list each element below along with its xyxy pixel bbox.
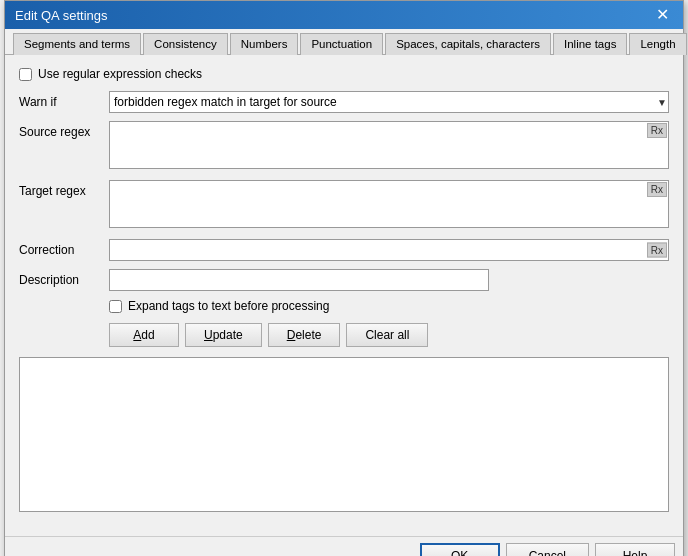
correction-wrapper: Rx — [109, 239, 669, 261]
warn-if-select[interactable]: forbidden regex match in target for sour… — [109, 91, 669, 113]
correction-label: Correction — [19, 239, 109, 257]
target-regex-field: Rx — [109, 180, 669, 231]
ok-button[interactable]: OK — [420, 543, 500, 556]
source-regex-label: Source regex — [19, 121, 109, 139]
source-regex-wrapper: Rx — [109, 121, 669, 172]
warn-if-row: Warn if forbidden regex match in target … — [19, 91, 669, 113]
target-regex-label: Target regex — [19, 180, 109, 198]
update-label: Update — [204, 328, 243, 342]
regex-list-box[interactable] — [19, 357, 669, 512]
correction-field: Rx — [109, 239, 669, 261]
tab-numbers[interactable]: Numbers — [230, 33, 299, 55]
warn-if-dropdown-wrapper: forbidden regex match in target for sour… — [109, 91, 669, 113]
tab-content: Use regular expression checks Warn if fo… — [5, 55, 683, 536]
description-label: Description — [19, 269, 109, 287]
expand-tags-checkbox[interactable] — [109, 300, 122, 313]
use-regex-row: Use regular expression checks — [19, 67, 669, 81]
description-row: Description — [19, 269, 669, 291]
tab-length[interactable]: Length — [629, 33, 686, 55]
tab-inline-tags[interactable]: Inline tags — [553, 33, 627, 55]
delete-label: Delete — [287, 328, 322, 342]
action-buttons-row: Add Update Delete Clear all — [19, 323, 669, 347]
tabs-bar: Segments and terms Consistency Numbers P… — [5, 29, 683, 55]
tab-spaces[interactable]: Spaces, capitals, characters — [385, 33, 551, 55]
add-label: Add — [133, 328, 154, 342]
tab-consistency[interactable]: Consistency — [143, 33, 228, 55]
use-regex-label[interactable]: Use regular expression checks — [38, 67, 202, 81]
title-bar: Edit QA settings ✕ — [5, 1, 683, 29]
target-regex-input[interactable] — [109, 180, 669, 228]
cancel-button[interactable]: Cancel — [506, 543, 589, 556]
tab-segments-and-terms[interactable]: Segments and terms — [13, 33, 141, 55]
bottom-buttons-row: OK Cancel Help — [5, 536, 683, 556]
source-rx-button[interactable]: Rx — [647, 123, 667, 138]
warn-if-label: Warn if — [19, 91, 109, 109]
correction-rx-button[interactable]: Rx — [647, 243, 667, 258]
add-button[interactable]: Add — [109, 323, 179, 347]
clear-all-button[interactable]: Clear all — [346, 323, 428, 347]
help-button[interactable]: Help — [595, 543, 675, 556]
dialog: Edit QA settings ✕ Segments and terms Co… — [4, 0, 684, 556]
source-regex-row: Source regex Rx — [19, 121, 669, 172]
delete-button[interactable]: Delete — [268, 323, 341, 347]
close-button[interactable]: ✕ — [652, 7, 673, 23]
expand-tags-row: Expand tags to text before processing — [19, 299, 669, 313]
target-regex-wrapper: Rx — [109, 180, 669, 231]
warn-if-field: forbidden regex match in target for sour… — [109, 91, 669, 113]
target-regex-row: Target regex Rx — [19, 180, 669, 231]
correction-input[interactable] — [109, 239, 669, 261]
description-input[interactable] — [109, 269, 489, 291]
clear-all-label: Clear all — [365, 328, 409, 342]
tab-punctuation[interactable]: Punctuation — [300, 33, 383, 55]
target-rx-button[interactable]: Rx — [647, 182, 667, 197]
use-regex-checkbox[interactable] — [19, 68, 32, 81]
source-regex-field: Rx — [109, 121, 669, 172]
description-field — [109, 269, 669, 291]
update-button[interactable]: Update — [185, 323, 262, 347]
expand-tags-label[interactable]: Expand tags to text before processing — [128, 299, 329, 313]
source-regex-input[interactable] — [109, 121, 669, 169]
dialog-title: Edit QA settings — [15, 8, 108, 23]
correction-row: Correction Rx — [19, 239, 669, 261]
